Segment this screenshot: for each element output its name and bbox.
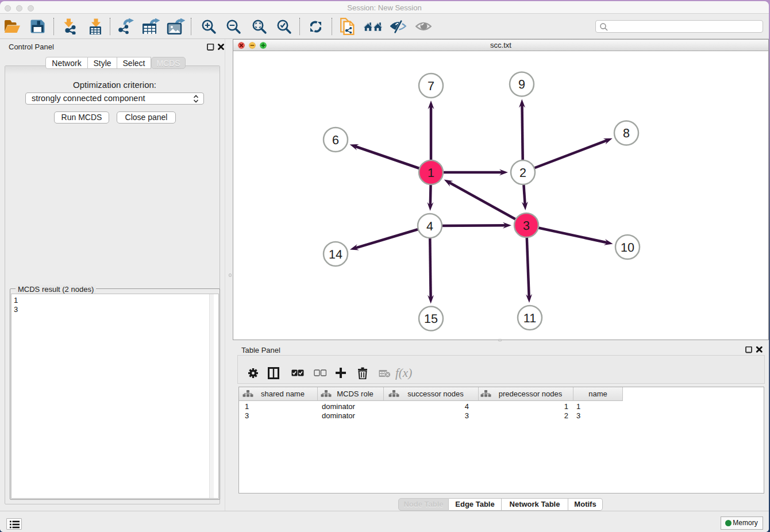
svg-text:9: 9 <box>518 78 525 91</box>
svg-text:6: 6 <box>332 133 339 147</box>
svg-text:15: 15 <box>424 312 438 326</box>
svg-text:8: 8 <box>623 126 630 140</box>
svg-text:1: 1 <box>428 166 434 180</box>
svg-text:10: 10 <box>621 241 634 255</box>
svg-text:11: 11 <box>523 311 536 325</box>
svg-text:4: 4 <box>426 219 433 233</box>
svg-text:3: 3 <box>523 219 530 233</box>
svg-text:14: 14 <box>329 248 342 261</box>
svg-text:2: 2 <box>519 166 526 180</box>
svg-text:7: 7 <box>428 79 434 93</box>
